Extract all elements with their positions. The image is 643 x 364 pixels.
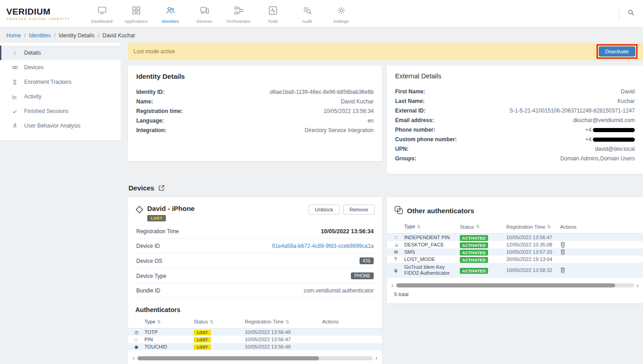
sort-icon: ⇅ — [210, 319, 213, 324]
field-value: Kuchar — [617, 98, 635, 104]
table-total: 5 total — [394, 292, 636, 297]
column-header-registration-time[interactable]: Registration Time⇅ — [506, 224, 560, 230]
nav-item-devices[interactable]: Devices — [187, 4, 221, 24]
nav-label: Audit — [302, 19, 312, 24]
sidebar-item-label: Devices — [24, 64, 44, 71]
nav-item-settings[interactable]: Settings — [324, 4, 358, 24]
column-header-type[interactable]: Type⇅ — [144, 319, 194, 324]
field-label: Phone number: — [395, 127, 435, 133]
sidebar-item-enrolment-trackers[interactable]: Enrolment Trackers — [0, 75, 121, 89]
logo-text: VERIDIUM — [6, 7, 51, 17]
nav-item-orchestrator[interactable]: Orchestrator — [221, 4, 256, 24]
scroll-right-arrow[interactable]: › — [373, 356, 380, 360]
table-row: ψ GoTrust Idem Key FIDO2 Authenticator A… — [387, 263, 643, 277]
fido2-key-icon: ψ — [394, 268, 404, 273]
scrollbar-thumb[interactable] — [396, 283, 615, 287]
field-row: External ID:S-1-5-21-410015106-206371124… — [395, 106, 635, 115]
delete-button[interactable] — [560, 267, 566, 273]
table-row: ◉ TOUCHID LOST 10/05/2022 13:56:49 — [128, 343, 382, 350]
nav-item-tools[interactable]: Tools — [256, 4, 290, 24]
identity-details-title: Identity Details — [136, 72, 374, 80]
device-os-badge: iOS — [360, 257, 374, 264]
scroll-left-arrow[interactable]: ‹ — [389, 283, 396, 288]
applications-icon — [131, 5, 141, 17]
field-value-redacted: +4 — [585, 136, 635, 143]
delete-button[interactable] — [560, 241, 566, 248]
external-link-icon[interactable] — [158, 185, 165, 191]
search-button[interactable] — [619, 7, 643, 21]
breadcrumb-home[interactable]: Home — [6, 32, 21, 39]
identity-details-card: Identity Details Identity ID:d6ae1ba8-11… — [128, 66, 382, 161]
unblock-button[interactable]: Unblock — [309, 205, 340, 215]
sidebar-item-label: Activity — [24, 93, 41, 100]
field-row: Last Name:Kuchar — [395, 96, 635, 106]
desktop-face-icon: ☺ — [394, 242, 404, 247]
external-details-title: External Details — [395, 72, 635, 80]
info-icon — [11, 50, 18, 56]
authenticator-type: TOTP — [144, 329, 194, 335]
column-header-type[interactable]: Type⇅ — [404, 224, 460, 230]
logo-spark-icon: ✦ — [21, 0, 25, 1]
scroll-left-arrow[interactable]: ‹ — [130, 356, 137, 360]
device-field-row: Device TypePHONE — [135, 268, 375, 283]
registration-time: 12/05/2022 10:35:08 — [506, 242, 560, 247]
scrollbar-track[interactable] — [137, 356, 373, 360]
main-content: Lost mode active Deactivate Identity Det… — [128, 43, 643, 364]
device-field-row: Registration Time10/05/2022 13:56:34 — [135, 224, 375, 239]
column-header-status[interactable]: Status⇅ — [194, 319, 245, 324]
field-label: Email address: — [395, 117, 434, 123]
column-header-status[interactable]: Status⇅ — [460, 224, 506, 230]
nav-label: Devices — [197, 19, 212, 24]
sidebar-item-user-behavior-analysis[interactable]: User Behavior Analysis — [0, 118, 121, 133]
field-row: Name:David Kuchar — [136, 97, 374, 106]
nav-label: Orchestrator — [226, 19, 251, 24]
top-bar: VERIDIUM ✦ TRUSTED DIGITAL IDENTITY Dash… — [0, 0, 643, 27]
column-header-registration-time[interactable]: Registration Time⇅ — [245, 319, 322, 324]
sidebar-item-activity[interactable]: Activity — [0, 89, 121, 104]
breadcrumb-separator: / — [54, 32, 55, 39]
sort-icon: ⇅ — [417, 224, 421, 230]
breadcrumb-current-user: David Kuchar — [103, 32, 135, 39]
deactivate-button[interactable]: Deactivate — [599, 46, 635, 56]
breadcrumb-identities[interactable]: Identities — [29, 32, 51, 39]
field-label: Bundle ID — [136, 287, 160, 294]
field-row: Identity ID:d6ae1ba8-1139-46ec-8e96-b856… — [136, 87, 374, 97]
registration-time: 10/05/2022 13:57:33 — [506, 249, 560, 255]
running-person-icon — [11, 123, 18, 129]
registration-time: 10/05/2022 13:56:49 — [245, 344, 322, 349]
sort-icon: ⇅ — [476, 224, 479, 229]
column-header-actions: Actions — [560, 224, 636, 230]
registration-time: 10/05/2022 13:56:47 — [245, 337, 322, 342]
devices-icon — [200, 5, 210, 17]
scroll-right-arrow[interactable]: › — [634, 283, 641, 288]
checkmark-icon — [11, 108, 18, 114]
field-label: Registration time: — [136, 108, 183, 114]
bundle-id-value: com.veridiumid.authenticator — [304, 287, 374, 294]
authenticator-type: LOST_MODE — [404, 256, 460, 262]
nav-item-applications[interactable]: Applications — [119, 4, 153, 24]
veridium-logo[interactable]: VERIDIUM ✦ TRUSTED DIGITAL IDENTITY — [6, 7, 75, 21]
field-value: David — [621, 88, 635, 95]
remove-button[interactable]: Remove — [343, 205, 375, 215]
field-row: First Name:David — [395, 87, 635, 96]
nav-item-audit[interactable]: Audit — [290, 4, 324, 24]
other-authenticators-card: Other authenticators Type⇅ Status⇅ Regis… — [387, 197, 643, 303]
scrollbar-thumb[interactable] — [138, 356, 319, 360]
sidebar-item-details[interactable]: Details — [0, 46, 121, 60]
totp-icon: ◷ — [134, 330, 144, 335]
field-value: Domain Admins,Domain Users — [561, 155, 635, 162]
delete-button[interactable] — [560, 249, 566, 255]
field-label: Identity ID: — [136, 89, 165, 95]
nav-item-identities[interactable]: Identities — [153, 4, 187, 24]
scrollbar-track[interactable] — [396, 283, 634, 287]
sidebar-item-finished-sessions[interactable]: Finished Sessions — [0, 104, 121, 118]
field-value: 10/05/2022 13:56:34 — [324, 108, 374, 114]
device-id-link[interactable]: 91e4a58a-b672-4c88-9fd3-cceb9899ca1a — [272, 243, 374, 249]
field-row-custom-phone: Custom phone number:+4 — [395, 134, 635, 144]
breadcrumb-separator: / — [98, 32, 99, 39]
other-authenticators-table: Type⇅ Status⇅ Registration Time⇅ Actions… — [387, 221, 643, 278]
nav-item-dashboard[interactable]: Dashboard — [85, 4, 119, 24]
orchestrator-icon — [234, 5, 244, 17]
sidebar-item-devices[interactable]: Devices — [0, 60, 121, 75]
field-row: UPN:david@dev.local — [395, 144, 635, 154]
